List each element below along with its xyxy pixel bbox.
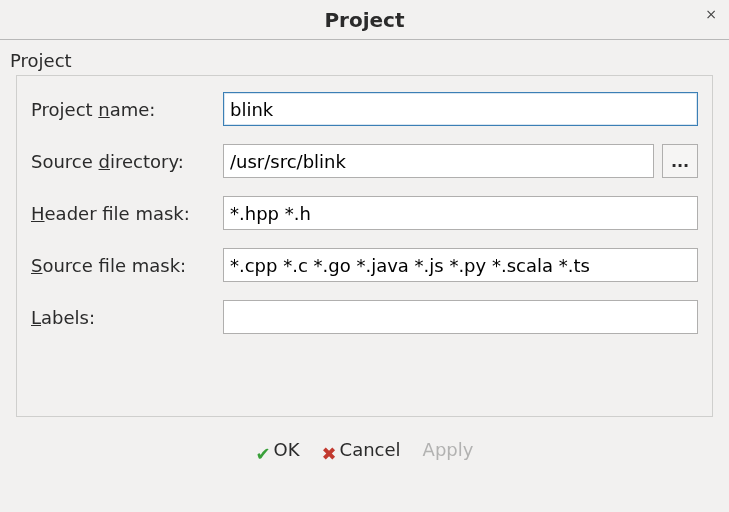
ok-button-label: OK [274, 439, 300, 460]
cross-icon: ✖ [322, 443, 336, 457]
cancel-button-label: Cancel [340, 439, 401, 460]
row-header-mask: Header file mask: [31, 196, 698, 230]
project-name-input[interactable] [223, 92, 698, 126]
row-source-directory: Source directory: ... [31, 144, 698, 178]
source-directory-input[interactable] [223, 144, 654, 178]
apply-button: Apply [423, 439, 474, 460]
ok-button[interactable]: ✔ OK [256, 439, 300, 460]
label-project-name: Project name: [31, 99, 223, 120]
source-mask-input[interactable] [223, 248, 698, 282]
label-labels: Labels: [31, 307, 223, 328]
label-source-directory: Source directory: [31, 151, 223, 172]
titlebar: Project × [0, 0, 729, 40]
row-labels: Labels: [31, 300, 698, 334]
close-icon[interactable]: × [705, 6, 717, 22]
label-source-mask: Source file mask: [31, 255, 223, 276]
labels-input[interactable] [223, 300, 698, 334]
cancel-button[interactable]: ✖ Cancel [322, 439, 401, 460]
dialog-buttons: ✔ OK ✖ Cancel Apply [0, 417, 729, 460]
header-mask-input[interactable] [223, 196, 698, 230]
section-label: Project [0, 40, 729, 75]
row-project-name: Project name: [31, 92, 698, 126]
project-panel: Project name: Source directory: ... Head… [16, 75, 713, 417]
window-title: Project [324, 8, 404, 32]
check-icon: ✔ [256, 443, 270, 457]
apply-button-label: Apply [423, 439, 474, 460]
browse-button[interactable]: ... [662, 144, 698, 178]
row-source-mask: Source file mask: [31, 248, 698, 282]
label-header-mask: Header file mask: [31, 203, 223, 224]
